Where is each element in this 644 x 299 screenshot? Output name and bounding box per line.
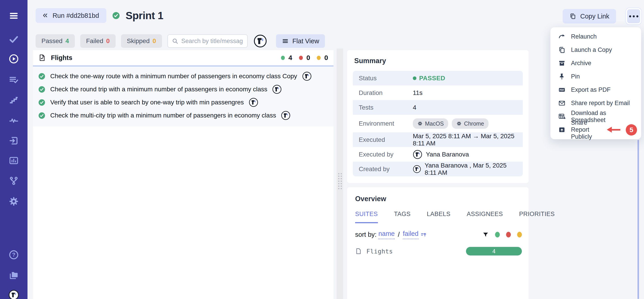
menu-item-launch-copy[interactable]: Launch a Copy — [550, 43, 641, 57]
suite-header-row[interactable]: Flights 4 0 0 — [33, 50, 334, 65]
vertical-scrollbar[interactable] — [638, 140, 639, 299]
summary-row-status: Status PASSED — [353, 71, 523, 86]
tab-priorities[interactable]: PRIORITIES — [519, 211, 555, 223]
summary-title: Summary — [354, 57, 523, 65]
menu-item-share-publicly[interactable]: Share Report Publicly 5 — [550, 123, 641, 136]
overview-title: Overview — [355, 195, 522, 203]
test-row[interactable]: Check the round trip with a minimum numb… — [33, 83, 334, 96]
author-filter-avatar[interactable] — [254, 34, 267, 48]
results-list-icon[interactable] — [8, 74, 19, 85]
launches-import-icon[interactable] — [8, 135, 19, 146]
tab-labels[interactable]: LABELS — [427, 211, 450, 223]
reporter-t-logo-icon — [249, 98, 258, 107]
failed-count: 0 — [106, 38, 110, 45]
overview-tabs: SUITES TAGS LABELS ASSIGNEES PRIORITIES — [355, 211, 522, 223]
failed-filter-dot[interactable] — [506, 232, 511, 237]
projects-folders-icon[interactable] — [8, 270, 19, 280]
test-row[interactable]: Check the one-way route with a minimum n… — [33, 70, 334, 83]
suite-passed-count: 4 — [288, 54, 292, 62]
menu-item-share-email[interactable]: Share report by Email — [550, 97, 641, 110]
sort-ascending-icon[interactable] — [420, 231, 427, 238]
test-title: Verify that user is able to search by on… — [50, 99, 244, 106]
test-passed-icon — [38, 73, 45, 80]
summary-row-tests: Tests 4 — [353, 100, 523, 115]
hamburger-menu-icon[interactable] — [8, 10, 19, 21]
detail-column: Summary Status PASSED Duration 11s Tests… — [347, 50, 529, 299]
list-view-icon — [282, 38, 289, 45]
integrations-branch-icon[interactable] — [8, 175, 19, 186]
more-options-button[interactable] — [626, 8, 641, 24]
file-icon — [355, 248, 362, 254]
resizer-grip-icon — [338, 173, 342, 189]
reporter-t-logo-icon — [302, 72, 312, 81]
test-title: Check the multi-city trip with a minimum… — [50, 112, 276, 119]
suite-passed-bar: 4 — [466, 247, 522, 255]
menu-item-archive[interactable]: Archive — [550, 57, 641, 70]
filter-skipped-chip[interactable]: Skipped 0 — [121, 34, 162, 48]
runs-play-icon[interactable] — [8, 54, 19, 64]
t-logo-icon — [254, 34, 267, 48]
svg-text:PDF: PDF — [560, 89, 564, 91]
reporter-t-logo-icon — [272, 85, 282, 94]
back-to-run-button[interactable]: « Run #dd2b81bd — [36, 8, 106, 23]
reports-chart-icon[interactable] — [8, 155, 19, 166]
settings-gear-icon[interactable] — [8, 196, 19, 207]
tab-assignees[interactable]: ASSIGNEES — [467, 211, 503, 223]
failed-dot — [299, 56, 303, 60]
test-row[interactable]: Check the multi-city trip with a minimum… — [33, 109, 334, 122]
overview-filter-icons — [482, 232, 522, 238]
test-row[interactable]: Verify that user is able to search by on… — [33, 96, 334, 109]
test-title: Check the one-way route with a minimum n… — [50, 73, 297, 80]
menu-item-pin[interactable]: Pin — [550, 70, 641, 83]
env-badge-chrome[interactable]: Chrome — [452, 118, 488, 129]
copy-icon — [558, 46, 566, 54]
relaunch-icon — [558, 33, 566, 40]
sort-by-failed-link[interactable]: failed — [403, 230, 418, 239]
user-avatar[interactable] — [8, 289, 19, 299]
suite-file-icon — [38, 54, 46, 62]
overview-suite-row[interactable]: Flights 4 — [355, 247, 522, 255]
passed-filter-dot[interactable] — [495, 232, 500, 237]
run-actions-menu: Relaunch Launch a Copy Archive Pin PDF E… — [550, 27, 641, 139]
funnel-filter-icon[interactable] — [482, 232, 489, 238]
filter-toolbar: Passed 4 Failed 0 Skipped 0 Flat View — [36, 34, 325, 48]
search-input[interactable] — [182, 38, 243, 45]
tab-tags[interactable]: TAGS — [394, 211, 411, 223]
chevrons-left-icon: « — [43, 11, 48, 19]
panel-resizer[interactable] — [337, 49, 343, 299]
flat-view-button[interactable]: Flat View — [276, 34, 325, 48]
pdf-icon: PDF — [558, 86, 566, 94]
menu-item-relaunch[interactable]: Relaunch — [550, 30, 641, 43]
suite-failed-count: 0 — [306, 54, 310, 62]
tests-check-icon[interactable] — [8, 34, 19, 45]
filter-failed-chip[interactable]: Failed 0 — [80, 34, 116, 48]
copy-icon — [570, 13, 576, 20]
overview-card: Overview SUITES TAGS LABELS ASSIGNEES PR… — [347, 187, 529, 299]
ellipsis-icon — [629, 15, 631, 17]
menu-item-export-pdf[interactable]: PDF Export as PDF — [550, 83, 641, 97]
skipped-dot — [317, 56, 321, 60]
sort-by-name-link[interactable]: name — [378, 230, 395, 239]
suite-skipped-count: 0 — [324, 54, 328, 62]
env-badge-macos[interactable]: MacOS — [413, 118, 448, 129]
header-actions: Copy Link — [563, 8, 641, 24]
summary-row-environment: Environment MacOS Chrome — [353, 115, 523, 132]
help-icon[interactable]: ? — [8, 249, 19, 260]
share-public-icon — [558, 126, 566, 134]
status-dot — [413, 77, 416, 80]
gear-icon — [456, 121, 462, 126]
summary-row-duration: Duration 11s — [353, 86, 523, 100]
spreadsheet-download-icon — [558, 113, 566, 120]
passed-count: 4 — [65, 38, 69, 45]
milestones-steps-icon[interactable] — [8, 95, 19, 106]
skipped-filter-dot[interactable] — [517, 232, 522, 237]
summary-row-executed-by: Executed by Yana Baranova — [353, 147, 523, 162]
copy-link-button[interactable]: Copy Link — [563, 9, 616, 24]
tab-suites[interactable]: SUITES — [355, 211, 378, 223]
test-passed-icon — [38, 112, 45, 119]
summary-table: Status PASSED Duration 11s Tests 4 Envir… — [353, 71, 523, 176]
page-title: Sprint 1 — [126, 10, 163, 22]
status-value: PASSED — [419, 75, 445, 82]
analytics-pulse-icon[interactable] — [8, 115, 19, 126]
filter-passed-chip[interactable]: Passed 4 — [36, 34, 75, 48]
